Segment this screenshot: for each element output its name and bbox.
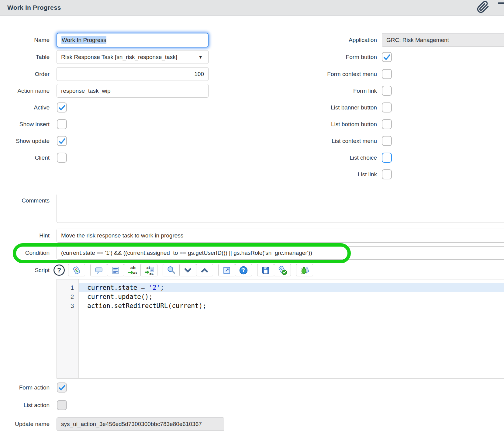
form-header: Work In Progress (0, 0, 504, 16)
code-text: action.setRedirectURL(current); (87, 302, 206, 310)
toggle-comment-button[interactable] (90, 264, 107, 276)
list-action-checkbox[interactable] (57, 400, 67, 410)
table-select[interactable]: Risk Response Task [sn_risk_response_tas… (57, 50, 209, 64)
form-context-menu-label: Form context menu (274, 67, 377, 81)
active-checkbox[interactable] (57, 102, 67, 112)
list-bottom-button-checkbox[interactable] (382, 119, 392, 129)
application-input: GRC: Risk Management (382, 33, 504, 47)
hint-value: Move the risk response task to work in p… (61, 232, 183, 239)
attachment-paperclip-icon[interactable] (477, 1, 489, 15)
list-choice-checkbox[interactable] (382, 153, 392, 163)
order-value: 100 (194, 71, 204, 78)
table-label: Table (0, 50, 50, 64)
list-banner-button-checkbox[interactable] (382, 102, 392, 112)
comments-textarea[interactable] (57, 194, 504, 223)
active-label: Active (0, 101, 50, 114)
form-button-label: Form button (274, 50, 377, 64)
form-link-checkbox[interactable] (382, 86, 392, 96)
save-floppy-icon (261, 266, 270, 275)
syntax-check-button[interactable] (274, 264, 291, 276)
name-input[interactable]: Work In Progress (57, 33, 209, 47)
list-action-label: List action (0, 398, 50, 412)
client-label: Client (0, 151, 50, 164)
open-in-new-window-button[interactable] (218, 264, 235, 276)
update-name-input: sys_ui_action_3e456ed5d7300300bbc783e80e… (57, 417, 224, 431)
comments-label: Comments (0, 194, 50, 207)
format-lines-icon (111, 266, 120, 275)
action-name-value: response_task_wip (61, 88, 111, 94)
code-text: current.update(); (87, 293, 153, 300)
order-label: Order (0, 67, 50, 81)
script-field-help-icon[interactable]: ? (54, 265, 65, 276)
replace-button[interactable]: ab ac (124, 264, 141, 276)
list-context-menu-checkbox[interactable] (382, 136, 392, 146)
search-icon (166, 265, 176, 275)
code-line: action.setRedirectURL(current); (79, 301, 504, 310)
external-link-icon (222, 266, 231, 275)
ui-action-form: Work In Progress Name Work In Progress T… (0, 0, 504, 436)
help-glyph: ? (57, 266, 61, 274)
script-editor[interactable]: 1 2 3 current.state = '2'; current.updat… (57, 279, 504, 379)
list-context-menu-label: List context menu (274, 134, 377, 148)
form-button-checkbox[interactable] (382, 52, 392, 62)
show-insert-label: Show insert (0, 117, 50, 131)
dropdown-caret-icon: ▼ (198, 54, 203, 60)
search-button[interactable] (163, 264, 180, 276)
action-name-label: Action name (0, 84, 50, 98)
comment-bubble-icon (94, 266, 103, 275)
list-banner-button-label: List banner button (274, 101, 377, 114)
syntax-editor-icon (72, 266, 81, 275)
form-link-label: Form link (274, 84, 377, 98)
check-icon (58, 104, 66, 112)
find-next-button[interactable] (179, 264, 196, 276)
find-previous-button[interactable] (196, 264, 213, 276)
save-button[interactable] (257, 264, 274, 276)
action-name-input[interactable]: response_task_wip (57, 84, 209, 98)
code-line: current.state = '2'; (79, 283, 504, 292)
form-action-checkbox[interactable] (57, 382, 67, 393)
syntax-check-icon (278, 265, 287, 275)
update-name-label: Update name (0, 417, 50, 431)
help-button[interactable]: ? (235, 264, 252, 276)
hint-input[interactable]: Move the risk response task to work in p… (57, 229, 504, 243)
help-circle-icon: ? (239, 265, 248, 275)
condition-label: Condition (0, 246, 50, 260)
code-area[interactable]: current.state = '2'; current.update(); a… (79, 283, 504, 310)
condition-value: (current.state == '1') && ((current.assi… (61, 250, 312, 256)
debug-button[interactable] (296, 264, 313, 276)
show-update-checkbox[interactable] (57, 136, 67, 146)
list-bottom-button-label: List bottom button (274, 117, 377, 131)
check-icon (383, 53, 391, 61)
check-icon (58, 137, 66, 145)
line-number: 3 (57, 301, 78, 310)
line-number: 2 (57, 292, 78, 301)
form-context-menu-checkbox[interactable] (382, 69, 392, 79)
syntax-editor-button[interactable] (68, 264, 85, 276)
format-code-button[interactable] (107, 264, 124, 276)
replace-all-button[interactable]: ab ac (140, 264, 157, 276)
list-choice-label: List choice (274, 151, 377, 164)
name-value-selected: Work In Progress (61, 36, 106, 44)
table-value: Risk Response Task [sn_risk_response_tas… (61, 54, 177, 61)
filter-icon[interactable] (497, 0, 504, 15)
svg-text:ac: ac (133, 271, 137, 275)
update-name-value: sys_ui_action_3e456ed5d7300300bbc783e80e… (61, 421, 202, 427)
condition-input[interactable]: (current.state == '1') && ((current.assi… (57, 246, 504, 260)
debug-bug-icon (300, 265, 309, 275)
form-action-label: Form action (0, 381, 50, 394)
client-checkbox[interactable] (57, 153, 67, 163)
line-number-gutter: 1 2 3 (57, 279, 79, 378)
show-update-label: Show update (0, 134, 50, 148)
script-label: Script (0, 264, 50, 276)
check-icon (58, 384, 66, 392)
script-editor-toolbar: ab ac ab ac (68, 264, 313, 276)
list-link-checkbox[interactable] (382, 169, 392, 179)
application-value: GRC: Risk Management (386, 37, 449, 43)
code-text: current.state = (87, 284, 149, 291)
line-number: 1 (57, 283, 78, 292)
name-label: Name (0, 33, 50, 47)
show-insert-checkbox[interactable] (57, 119, 67, 129)
svg-text:ab: ab (130, 266, 136, 270)
order-input[interactable]: 100 (57, 67, 209, 81)
hint-label: Hint (0, 229, 50, 243)
